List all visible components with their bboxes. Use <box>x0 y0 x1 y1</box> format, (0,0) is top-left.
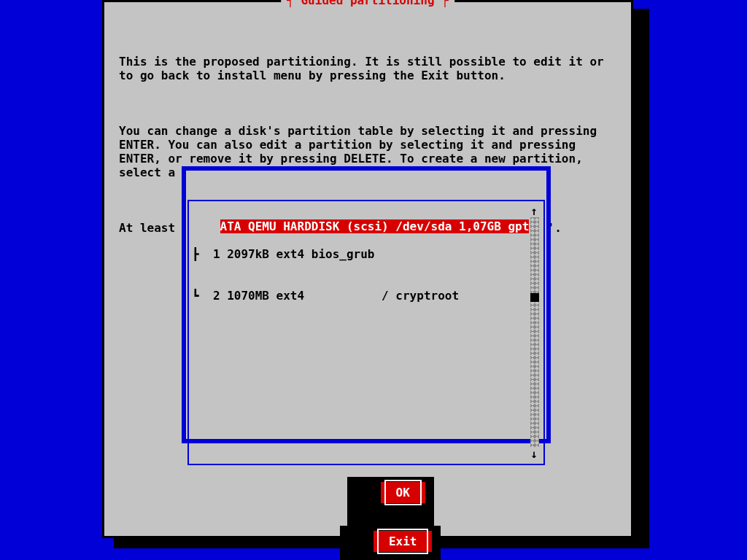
instructions-para-1: This is the proposed partitioning. It is… <box>119 55 616 82</box>
scroll-track[interactable] <box>530 217 539 448</box>
exit-button-label: Exit <box>377 529 429 554</box>
scroll-thumb[interactable] <box>530 293 539 302</box>
exit-button[interactable]: Exit <box>374 531 433 552</box>
disk-row-sda[interactable]: ATA QEMU HARDDISK (scsi) /dev/sda 1,07GB… <box>220 219 530 233</box>
scroll-down-icon[interactable]: ↓ <box>529 447 539 461</box>
partition-listbox[interactable]: ATA QEMU HARDDISK (scsi) /dev/sda 1,07GB… <box>182 166 551 443</box>
scroll-up-icon[interactable]: ↑ <box>529 204 539 218</box>
exit-button-wrapper: Exit <box>331 517 432 560</box>
partition-row-1[interactable]: ┣ 1 2097kB ext4 bios_grub <box>192 247 523 261</box>
partition-listbox-inner: ATA QEMU HARDDISK (scsi) /dev/sda 1,07GB… <box>187 200 545 465</box>
ok-button[interactable]: OK <box>381 482 425 503</box>
partition-row-2[interactable]: ┗ 2 1070MB ext4 / cryptroot <box>192 289 523 303</box>
ok-button-label: OK <box>384 480 422 505</box>
dialog-title: ┤ Guided partitioning ├ <box>281 0 454 7</box>
